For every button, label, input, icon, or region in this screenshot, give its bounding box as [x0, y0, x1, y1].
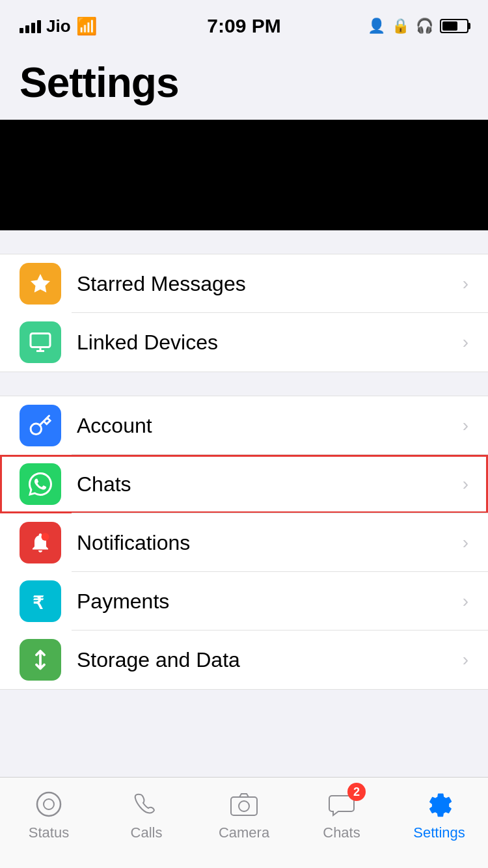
account-chevron: ›	[463, 415, 468, 436]
signal-bars	[20, 19, 41, 33]
settings-item-linked-devices[interactable]: Linked Devices ›	[0, 313, 488, 372]
svg-point-3	[42, 533, 49, 541]
whatsapp-chat-icon	[29, 472, 52, 496]
settings-item-starred-messages[interactable]: Starred Messages ›	[0, 254, 488, 313]
tab-item-status[interactable]: Status	[16, 788, 81, 841]
settings-item-storage-data[interactable]: Storage and Data ›	[0, 631, 488, 689]
svg-rect-7	[231, 797, 257, 815]
account-label: Account	[77, 414, 463, 438]
status-right: 👤 🔒 🎧	[368, 18, 468, 34]
bell-icon	[29, 531, 52, 554]
chats-icon	[20, 463, 61, 505]
chats-label: Chats	[77, 472, 463, 496]
status-left: Jio 📶	[20, 16, 97, 36]
settings-group-2: Account › Chats › Notifications › ₹ Pay	[0, 396, 488, 690]
payments-chevron: ›	[463, 591, 468, 612]
tab-item-calls[interactable]: Calls	[114, 788, 179, 841]
calls-tab-icon	[130, 788, 163, 821]
settings-item-account[interactable]: Account ›	[0, 396, 488, 455]
tab-item-camera[interactable]: Camera	[211, 788, 277, 841]
section-gap-2	[0, 372, 488, 396]
carrier-name: Jio	[46, 16, 71, 36]
settings-tab-icon	[423, 788, 455, 821]
battery-indicator	[440, 19, 468, 33]
status-bar: Jio 📶 7:09 PM 👤 🔒 🎧	[0, 0, 488, 52]
star-icon	[29, 272, 52, 295]
notifications-chevron: ›	[463, 532, 468, 553]
settings-item-chats[interactable]: Chats ›	[0, 455, 488, 513]
person-icon: 👤	[368, 18, 385, 34]
tab-item-chats[interactable]: 2 Chats	[309, 788, 374, 841]
svg-text:₹: ₹	[33, 593, 44, 613]
settings-tab-label: Settings	[413, 824, 465, 841]
starred-messages-chevron: ›	[463, 273, 468, 294]
section-gap-1	[0, 230, 488, 254]
linked-devices-label: Linked Devices	[77, 331, 463, 355]
tab-bar: Status Calls Camera 2 Chats	[0, 777, 488, 868]
signal-bar-1	[20, 28, 23, 33]
status-time: 7:09 PM	[207, 15, 280, 37]
settings-group-1: Starred Messages › Linked Devices ›	[0, 254, 488, 372]
payments-label: Payments	[77, 590, 463, 614]
rupee-icon: ₹	[29, 590, 52, 613]
status-tab-label: Status	[29, 824, 69, 841]
svg-point-8	[239, 801, 249, 811]
status-icon	[33, 788, 65, 821]
starred-messages-icon	[20, 263, 61, 305]
chats-tab-icon: 2	[325, 788, 358, 821]
tab-item-settings[interactable]: Settings	[407, 788, 472, 841]
linked-devices-chevron: ›	[463, 332, 468, 353]
signal-bar-3	[31, 23, 35, 33]
camera-tab-label: Camera	[219, 824, 269, 841]
profile-section[interactable]	[0, 120, 488, 230]
storage-data-chevron: ›	[463, 649, 468, 670]
storage-data-label: Storage and Data	[77, 648, 463, 672]
key-icon	[29, 414, 52, 437]
signal-bar-4	[37, 20, 41, 33]
signal-bar-2	[25, 25, 29, 33]
calls-icon	[130, 788, 163, 821]
camera-icon	[228, 788, 260, 821]
svg-point-6	[44, 799, 54, 809]
lock-icon: 🔒	[392, 18, 409, 34]
status-tab-icon	[33, 788, 65, 821]
camera-tab-icon	[228, 788, 260, 821]
svg-point-5	[37, 793, 61, 816]
chats-tab-label: Chats	[323, 824, 360, 841]
calls-tab-label: Calls	[131, 824, 163, 841]
account-icon	[20, 405, 61, 446]
svg-rect-0	[31, 334, 50, 347]
starred-messages-label: Starred Messages	[77, 272, 463, 296]
storage-data-icon	[20, 639, 61, 681]
settings-gear-icon	[423, 788, 455, 821]
headphones-icon: 🎧	[416, 18, 433, 34]
chats-badge: 2	[347, 783, 366, 801]
linked-devices-icon	[20, 321, 61, 363]
notifications-label: Notifications	[77, 531, 463, 555]
arrows-icon	[29, 648, 52, 671]
page-title-area: Settings	[0, 52, 488, 120]
chats-chevron: ›	[463, 474, 468, 495]
battery-fill	[442, 21, 457, 31]
settings-item-notifications[interactable]: Notifications ›	[0, 513, 488, 572]
monitor-icon	[29, 331, 52, 354]
page-title: Settings	[20, 59, 468, 107]
notifications-icon	[20, 522, 61, 563]
wifi-icon: 📶	[76, 16, 97, 36]
payments-icon: ₹	[20, 580, 61, 622]
settings-item-payments[interactable]: ₹ Payments ›	[0, 572, 488, 631]
